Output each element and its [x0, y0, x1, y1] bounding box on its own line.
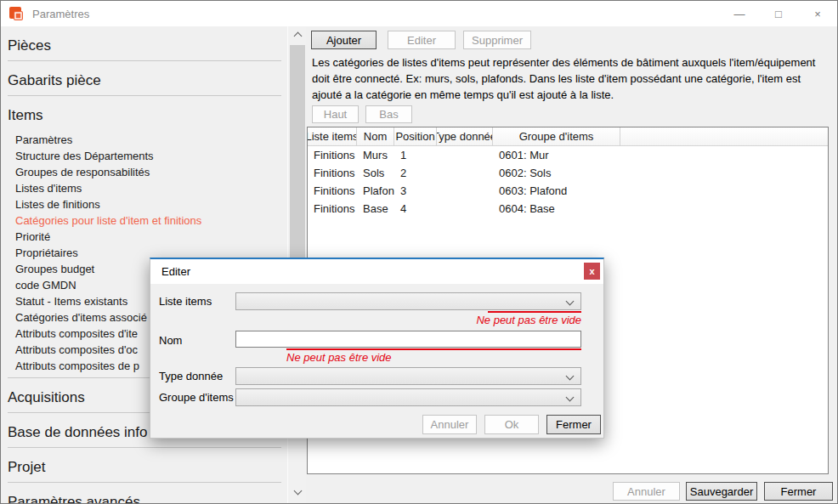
liste-items-error: Ne peut pas être vide — [235, 314, 581, 326]
dialog-close-button[interactable]: x — [584, 263, 600, 280]
groupe-items-label: Groupe d'items — [159, 391, 234, 404]
sidebar-subitem-categories-liste-item-finitions[interactable]: Catégories pour liste d'item et finition… — [8, 212, 281, 229]
sidebar-section-pieces: Pièces — [8, 26, 281, 61]
nom-input[interactable] — [235, 331, 581, 348]
sidebar-subitem-structure-departements[interactable]: Structure des Départements — [8, 148, 281, 164]
liste-items-error-underline — [488, 311, 581, 313]
scroll-up-icon[interactable] — [288, 28, 307, 43]
sidebar-item-projet[interactable]: Projet — [8, 448, 281, 482]
cell-groupe-items: 0602: Sols — [493, 167, 620, 179]
sidebar-subitem-priorite[interactable]: Priorité — [8, 229, 281, 245]
delete-button[interactable]: Supprimer — [463, 31, 531, 49]
cell-nom: Murs — [357, 149, 394, 161]
dialog-close-action-button[interactable]: Fermer — [546, 415, 601, 434]
groupe-items-select[interactable] — [235, 388, 581, 406]
table-row[interactable]: Finitions Sols 2 0602: Sols — [308, 164, 828, 182]
edit-button[interactable]: Editer — [388, 31, 456, 49]
scrollbar-thumb[interactable] — [290, 45, 305, 262]
chevron-down-icon — [566, 372, 575, 381]
column-header-type-donnee[interactable]: Type donnée — [437, 127, 493, 145]
sidebar-subitem-parametres[interactable]: Paramètres — [8, 132, 281, 148]
sidebar-item-items[interactable]: Items — [8, 96, 281, 130]
sidebar-section-gabarits: Gabarits pièce — [8, 61, 281, 96]
column-header-groupe-items[interactable]: Groupe d'items — [493, 127, 620, 145]
window-controls: — □ × — [720, 1, 837, 26]
column-header-position[interactable]: Position — [394, 127, 437, 145]
cell-nom: Base — [357, 202, 394, 215]
minimize-button[interactable]: — — [720, 1, 759, 26]
column-header-liste-items[interactable]: Liste items — [308, 127, 357, 145]
close-button[interactable]: × — [798, 1, 837, 26]
type-donnee-select[interactable] — [235, 367, 581, 385]
title-bar: Paramètres — □ × — [1, 1, 837, 26]
move-down-button[interactable]: Bas — [365, 105, 412, 123]
dialog-ok-button[interactable]: Ok — [484, 415, 539, 434]
nom-error: Ne peut pas être vide — [286, 351, 392, 364]
app-logo-icon — [8, 5, 25, 22]
type-donnee-label: Type donnée — [159, 370, 223, 382]
cell-position: 3 — [394, 184, 437, 197]
maximize-button[interactable]: □ — [759, 1, 798, 26]
cell-position: 1 — [394, 149, 437, 161]
cell-liste-items: Finitions — [308, 202, 357, 215]
category-description: Les catégories de listes d'items peut re… — [312, 54, 832, 103]
footer-cancel-button[interactable]: Annuler — [613, 482, 680, 501]
dialog-title-bar: Editer — [150, 259, 603, 284]
cell-liste-items: Finitions — [308, 184, 357, 197]
sidebar-subitem-listes-items[interactable]: Listes d'items — [8, 180, 281, 196]
chevron-down-icon — [566, 297, 575, 306]
edit-dialog: Editer x Liste items Ne peut pas être vi… — [150, 258, 604, 439]
chevron-down-icon — [566, 394, 575, 402]
cell-nom: Sols — [357, 167, 394, 179]
window-title: Paramètres — [32, 8, 89, 20]
scroll-down-icon[interactable] — [288, 483, 307, 498]
footer-close-button[interactable]: Fermer — [764, 482, 833, 501]
nom-error-underline — [286, 348, 581, 350]
table-row[interactable]: Finitions Plafonds 3 0603: Plafond — [308, 182, 828, 200]
cell-groupe-items: 0603: Plafond — [493, 184, 620, 197]
sidebar-section-parametres-avances: Paramètres avancés — [8, 483, 281, 503]
dialog-title: Editer — [161, 265, 190, 278]
sidebar-item-parametres-avances[interactable]: Paramètres avancés — [8, 483, 281, 503]
table-row[interactable]: Finitions Base 4 0604: Base — [308, 200, 828, 218]
cell-groupe-items: 0604: Base — [493, 202, 620, 215]
liste-items-select[interactable] — [235, 292, 581, 310]
add-button[interactable]: Ajouter — [311, 31, 377, 49]
cell-nom: Plafonds — [357, 184, 394, 197]
nom-label: Nom — [159, 334, 182, 347]
column-header-nom[interactable]: Nom — [357, 127, 394, 145]
cell-liste-items: Finitions — [308, 167, 357, 179]
table-header-row: Liste items Nom Position Type donnée Gro… — [308, 127, 828, 146]
liste-items-label: Liste items — [159, 295, 212, 308]
sidebar-subitem-listes-finitions[interactable]: Listes de finitions — [8, 196, 281, 212]
settings-window: Paramètres — □ × Pièces Gabarits pièce I… — [0, 0, 838, 504]
sidebar-item-gabarits-piece[interactable]: Gabarits pièce — [8, 61, 281, 95]
sidebar-section-projet: Projet — [8, 448, 281, 483]
table-row[interactable]: Finitions Murs 1 0601: Mur — [308, 146, 828, 164]
footer-save-button[interactable]: Sauvegarder — [686, 482, 757, 501]
cell-groupe-items: 0601: Mur — [493, 149, 620, 161]
move-up-button[interactable]: Haut — [312, 105, 359, 123]
sidebar-item-pieces[interactable]: Pièces — [8, 26, 281, 60]
cell-liste-items: Finitions — [308, 149, 357, 161]
cell-position: 4 — [394, 202, 437, 215]
dialog-cancel-button[interactable]: Annuler — [422, 415, 477, 434]
sidebar-subitem-groupes-responsabilites[interactable]: Groupes de responsabilités — [8, 164, 281, 180]
cell-position: 2 — [394, 167, 437, 179]
